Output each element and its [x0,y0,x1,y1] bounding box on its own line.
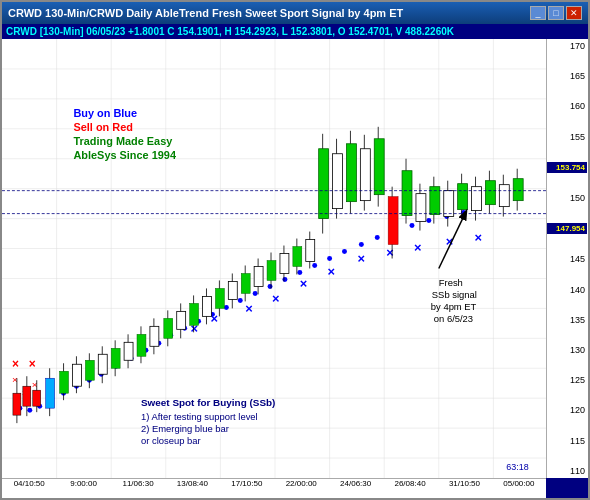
svg-rect-127 [360,149,370,201]
x-label-6: 22/00:00 [274,479,328,498]
price-label-155: 155 [547,132,587,142]
window-title: CRWD 130-Min/CRWD Daily AbleTrend Fresh … [8,7,403,19]
price-label-130: 130 [547,345,587,355]
price-label-current2: 147.954 [547,223,587,234]
svg-rect-131 [388,197,398,245]
svg-rect-115 [280,254,289,274]
svg-rect-103 [203,296,212,316]
svg-rect-121 [319,149,329,219]
price-label-145: 145 [547,254,587,264]
svg-point-54 [359,242,364,247]
svg-rect-147 [499,185,509,207]
svg-point-47 [253,291,258,296]
main-window: CRWD 130-Min/CRWD Daily AbleTrend Fresh … [0,0,590,500]
svg-point-57 [410,223,415,228]
x-label-5: 17/10:50 [220,479,274,498]
svg-text:Fresh: Fresh [439,277,463,288]
price-label-150: 150 [547,193,587,203]
svg-rect-125 [346,144,356,202]
svg-rect-139 [444,191,454,217]
window-controls: _ □ ✕ [530,6,582,20]
price-axis: 170 165 160 155 153.754 150 147.954 145 … [546,39,588,478]
svg-rect-85 [85,360,94,380]
price-label-160: 160 [547,101,587,111]
svg-point-30 [27,408,32,413]
svg-text:2) Emerging blue bar: 2) Emerging blue bar [141,423,229,434]
svg-rect-119 [306,240,315,262]
svg-point-52 [327,256,332,261]
svg-rect-145 [485,181,495,205]
svg-point-50 [297,270,302,275]
svg-text:63:18: 63:18 [506,462,528,472]
price-label-125: 125 [547,375,587,385]
svg-rect-101 [190,303,199,325]
price-label-115: 115 [547,436,587,446]
svg-text:×: × [245,301,253,316]
chart-svg: × × × × × [2,39,546,478]
svg-rect-73 [13,393,21,415]
svg-point-53 [342,249,347,254]
price-label-165: 165 [547,71,587,81]
svg-text:×: × [29,357,36,371]
svg-text:×: × [300,276,308,291]
svg-rect-95 [150,326,159,346]
svg-text:Sweet Spot for Buying (SSb): Sweet Spot for Buying (SSb) [141,397,275,408]
svg-rect-91 [124,342,133,360]
svg-rect-149 [513,179,523,201]
svg-text:Trading Made Easy: Trading Made Easy [73,135,173,147]
x-label-8: 26/08:40 [383,479,437,498]
chart-area: CRWD [130-Min] 06/05/23 +1.8001 C 154.19… [2,24,588,498]
svg-text:by 4pm ET: by 4pm ET [431,301,477,312]
svg-point-55 [375,235,380,240]
chart-wrapper: × × × × × [2,39,588,478]
svg-rect-107 [228,281,237,299]
maximize-button[interactable]: □ [548,6,564,20]
svg-rect-81 [60,371,69,393]
svg-text:or closeup bar: or closeup bar [141,435,201,446]
info-text: CRWD [130-Min] 06/05/23 +1.8001 C 154.19… [6,26,454,37]
svg-rect-79 [46,378,55,408]
info-bar: CRWD [130-Min] 06/05/23 +1.8001 C 154.19… [2,24,588,39]
x-label-7: 24/06:30 [328,479,382,498]
svg-rect-133 [402,171,412,216]
minimize-button[interactable]: _ [530,6,546,20]
svg-text:×: × [475,230,483,245]
x-label-3: 11/06:30 [111,479,165,498]
title-bar: CRWD 130-Min/CRWD Daily AbleTrend Fresh … [2,2,588,24]
svg-rect-99 [177,311,186,329]
svg-text:on 6/5/23: on 6/5/23 [434,313,473,324]
svg-point-58 [426,218,431,223]
price-label-120: 120 [547,405,587,415]
svg-rect-129 [374,139,384,195]
svg-text:SSb signal: SSb signal [432,289,477,300]
price-label-110: 110 [547,466,587,476]
svg-rect-89 [111,348,120,368]
svg-text:×: × [328,264,336,279]
svg-text:AbleSys Since 1994: AbleSys Since 1994 [73,149,176,161]
svg-rect-117 [293,247,302,267]
price-label-135: 135 [547,315,587,325]
svg-text:×: × [272,291,280,306]
svg-text:×: × [357,251,365,266]
price-label-current1: 153.754 [547,162,587,173]
svg-text:×: × [386,244,394,259]
svg-rect-135 [416,194,426,222]
svg-text:×: × [12,357,19,371]
svg-text:Sell on Red: Sell on Red [73,121,132,133]
svg-rect-123 [333,154,343,209]
svg-rect-83 [72,364,81,386]
svg-rect-113 [267,260,276,280]
x-axis: 04/10:50 9:00:00 11/06:30 13/08:40 17/10… [2,478,546,498]
svg-rect-87 [98,354,107,374]
svg-text:×: × [414,239,422,254]
svg-point-49 [282,277,287,282]
x-label-1: 04/10:50 [2,479,56,498]
svg-rect-75 [23,386,31,406]
svg-rect-0 [2,39,546,478]
svg-text:1) After testing support level: 1) After testing support level [141,411,258,422]
svg-text:Buy on Blue: Buy on Blue [73,107,137,119]
svg-rect-93 [137,334,146,356]
svg-rect-77 [33,390,41,406]
svg-point-46 [238,298,243,303]
close-button[interactable]: ✕ [566,6,582,20]
